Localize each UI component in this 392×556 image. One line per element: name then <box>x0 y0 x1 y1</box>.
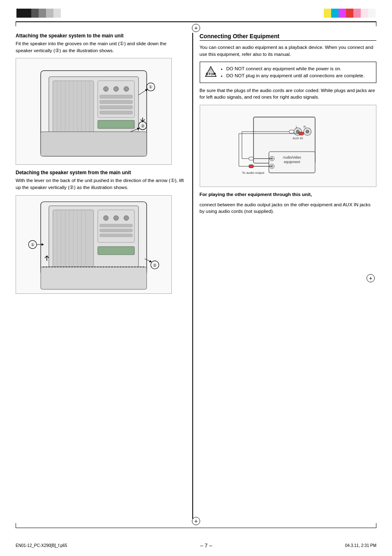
attach-body: Fit the speaker into the grooves on the … <box>16 40 184 54</box>
svg-rect-45 <box>100 234 132 237</box>
svg-rect-47 <box>41 267 147 289</box>
svg-text:AUX IN: AUX IN <box>293 136 303 140</box>
connecting-heading: Connecting Other Equipment <box>200 33 377 41</box>
svg-rect-18 <box>100 101 132 104</box>
svg-rect-83 <box>299 132 303 135</box>
footer-file: EN01-12_PC-X290[B]_f.p65 <box>16 543 67 548</box>
svg-point-14 <box>104 87 108 92</box>
svg-point-41 <box>114 215 119 220</box>
attach-svg: ① ② <box>16 58 171 164</box>
svg-rect-74 <box>249 165 253 168</box>
playing-heading-bold: For playing the other equipment through … <box>200 192 312 197</box>
color-block-w <box>368 9 376 18</box>
svg-text:STOP: STOP <box>205 72 215 76</box>
color-block-6 <box>53 9 61 18</box>
svg-text:②: ② <box>141 124 145 128</box>
svg-rect-17 <box>100 95 132 99</box>
warning-item-1: DO NOT connect any equipment while the p… <box>226 65 365 72</box>
svg-point-40 <box>104 215 108 220</box>
svg-rect-43 <box>100 224 132 227</box>
color-block-1 <box>16 9 24 18</box>
footer-date: 04.3.11, 2:31 PM <box>345 543 376 548</box>
svg-rect-46 <box>98 247 134 255</box>
warning-box: STOP ⚠ DO NOT connect any equipment whil… <box>200 62 377 83</box>
svg-text:⚠: ⚠ <box>209 67 213 72</box>
svg-text:Audio/video: Audio/video <box>283 155 301 159</box>
svg-rect-19 <box>100 106 132 109</box>
svg-rect-21 <box>98 120 134 129</box>
corner-mark-bl <box>16 523 21 528</box>
page-number: – 7 – <box>200 542 212 549</box>
color-block-2 <box>24 9 31 18</box>
crosshair-top <box>192 24 200 32</box>
color-block-lpk <box>361 9 368 18</box>
detach-body: With the lever on the back of the unit p… <box>16 177 184 191</box>
right-color-blocks <box>324 7 376 19</box>
svg-text:①: ① <box>31 242 35 247</box>
detach-illustration: ① ② <box>16 195 172 294</box>
playing-text: connect between the audio output jacks o… <box>200 201 377 215</box>
svg-rect-44 <box>100 229 132 232</box>
detach-heading: Detaching the speaker system from the ma… <box>16 170 184 175</box>
top-rule <box>16 21 376 22</box>
playing-heading: For playing the other equipment through … <box>200 191 377 198</box>
corner-mark-br <box>371 523 376 528</box>
svg-text:①: ① <box>149 85 152 90</box>
left-color-blocks <box>16 7 61 19</box>
svg-rect-12 <box>41 132 147 157</box>
intro-text: You can connect an audio equipment as a … <box>200 44 377 58</box>
bottom-rule <box>16 528 376 528</box>
right-column: Connecting Other Equipment You can conne… <box>193 33 377 519</box>
detach-section: Detaching the speaker system from the ma… <box>16 170 184 293</box>
svg-rect-82 <box>289 130 294 133</box>
warning-icon: STOP ⚠ <box>204 65 217 78</box>
left-column: Attaching the speaker system to the main… <box>16 33 192 519</box>
attach-section: Attaching the speaker system to the main… <box>16 33 184 165</box>
svg-point-15 <box>114 87 119 92</box>
svg-rect-73 <box>249 157 253 160</box>
warning-text: DO NOT connect any equipment while the p… <box>221 65 365 79</box>
svg-point-16 <box>124 87 129 92</box>
top-color-bar <box>0 7 392 19</box>
page-footer: EN01-12_PC-X290[B]_f.p65 – 7 – 04.3.11, … <box>16 542 376 549</box>
main-content: Attaching the speaker system to the main… <box>16 33 376 519</box>
svg-text:To audio output: To audio output <box>242 171 264 175</box>
svg-point-42 <box>124 215 129 220</box>
color-block-3 <box>31 9 39 18</box>
corner-mark-tl <box>16 21 21 26</box>
stop-icon: STOP ⚠ <box>204 65 217 78</box>
color-block-y <box>324 9 331 18</box>
color-code-text: Be sure that the plugs of the audio cord… <box>200 87 377 101</box>
warning-item-2: DO NOT plug in any equipment until all c… <box>226 72 365 79</box>
detach-svg: ① ② <box>16 196 171 293</box>
svg-rect-20 <box>100 111 132 114</box>
color-block-c <box>331 9 339 18</box>
color-block-r <box>346 9 353 18</box>
attach-illustration: ① ② <box>16 58 172 165</box>
svg-text:②: ② <box>153 263 157 267</box>
svg-text:equipment: equipment <box>284 160 300 164</box>
svg-point-62 <box>306 130 309 133</box>
color-block-pk <box>353 9 361 18</box>
color-block-5 <box>46 9 53 18</box>
color-block-m <box>339 9 346 18</box>
attach-heading: Attaching the speaker system to the main… <box>16 33 184 39</box>
color-block-4 <box>39 9 46 18</box>
aux-diagram: L R AUX IN Audio/video equipment <box>200 105 377 187</box>
aux-svg: L R AUX IN Audio/video equipment <box>204 109 372 182</box>
corner-mark-tr <box>371 21 376 26</box>
